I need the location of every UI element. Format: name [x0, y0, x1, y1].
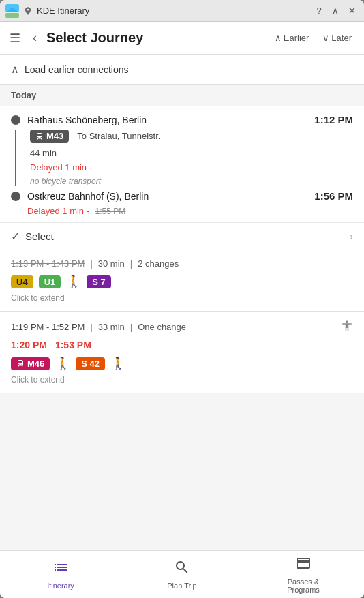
s42-badge: S 42: [76, 357, 105, 370]
later-chevron-icon: ∨: [322, 33, 329, 43]
load-earlier-label: Load earlier connections: [25, 64, 129, 75]
back-button[interactable]: ‹: [30, 28, 40, 48]
title-bar-controls: ? ∧ ✕: [312, 4, 359, 18]
journey2-time-strikethrough: 1:13 PM - 1:43 PM: [11, 258, 85, 269]
journey2-duration: 30 min: [98, 258, 125, 269]
journey2-badges: U4 U1 🚶 S 7: [11, 274, 353, 289]
s7-badge: S 7: [87, 275, 111, 288]
depart-station: Rathaus Schöneberg, Berlin: [27, 115, 307, 125]
nav-bar: ☰ ‹ Select Journey ∧ Earlier ∨ Later: [0, 22, 364, 55]
nav-item-plan-trip[interactable]: Plan Trip: [121, 551, 243, 598]
m43-badge: M43: [30, 130, 69, 143]
arrive-delay-row: Delayed 1 min - 1:55 PM: [11, 205, 353, 217]
separator1: |: [90, 258, 92, 269]
journey3-real-arrive: 1:53 PM: [55, 340, 91, 350]
load-earlier-button[interactable]: ∧ Load earlier connections: [0, 55, 364, 85]
close-button[interactable]: ✕: [345, 4, 359, 18]
question-mark-button[interactable]: ?: [312, 4, 326, 18]
nav-itinerary-label: Itinerary: [47, 582, 74, 590]
walk-icon-3: 🚶: [110, 356, 125, 371]
hamburger-button[interactable]: ☰: [7, 28, 23, 48]
journey3-real-times: 1:20 PM 1:53 PM: [11, 340, 353, 350]
app-window: KDE Itinerary ? ∧ ✕ ☰ ‹ Select Journey ∧…: [0, 0, 364, 598]
depart-dot: [11, 115, 20, 125]
journey-card-3: 1:19 PM - 1:52 PM | 33 min | One change …: [0, 312, 364, 393]
arrive-time: 1:56 PM: [314, 190, 353, 202]
journey3-duration: 33 min: [98, 322, 125, 332]
select-label: Select: [25, 230, 350, 242]
bottom-nav: Itinerary Plan Trip Passes &Programs: [0, 550, 364, 598]
separator3: |: [90, 322, 92, 332]
nav-item-itinerary[interactable]: Itinerary: [0, 551, 121, 598]
title-bar-left: KDE Itinerary: [5, 4, 89, 18]
title-bar: KDE Itinerary ? ∧ ✕: [0, 0, 364, 22]
journey2-changes: 2 changes: [138, 258, 179, 269]
journey3-time-range: 1:19 PM - 1:52 PM: [11, 322, 85, 332]
window-title: KDE Itinerary: [37, 5, 89, 16]
journey-card-2: 1:13 PM - 1:43 PM | 30 min | 2 changes U…: [0, 250, 364, 312]
m46-badge: M46: [11, 357, 50, 370]
journey-card-1: Rathaus Schöneberg, Berlin 1:12 PM M43 T…: [0, 106, 364, 250]
arrive-station: Ostkreuz Bahnhof (S), Berlin: [27, 191, 307, 202]
arrive-original-time: 1:55 PM: [95, 207, 126, 216]
later-button[interactable]: ∨ Later: [317, 30, 357, 46]
direction: To Stralau, Tunnelstr.: [77, 131, 160, 141]
search-icon: [174, 559, 190, 580]
journey2-click-extend[interactable]: Click to extend: [11, 293, 353, 303]
vertical-line: [15, 130, 16, 186]
section-today-header: Today: [0, 85, 364, 106]
depart-row: Rathaus Schöneberg, Berlin 1:12 PM: [11, 114, 353, 125]
arrive-dot: [11, 192, 20, 201]
walk-icon-1: 🚶: [66, 274, 81, 289]
select-button[interactable]: ✓ Select ›: [0, 222, 364, 250]
depart-time: 1:12 PM: [314, 114, 353, 125]
bus-icon: [35, 132, 44, 140]
journey3-click-extend[interactable]: Click to extend: [11, 375, 353, 385]
delay-text: Delayed 1 min -: [30, 162, 160, 173]
info-text: no bicycle transport: [30, 177, 160, 186]
accessibility-icon: [341, 320, 353, 334]
u1-badge: U1: [39, 275, 61, 288]
app-icon: [5, 4, 19, 18]
card-icon: [295, 555, 312, 575]
check-icon: ✓: [11, 230, 20, 243]
earlier-chevron-icon: ∧: [275, 33, 282, 43]
journey3-real-depart: 1:20 PM: [11, 340, 47, 350]
nav-passes-label: Passes &Programs: [287, 578, 320, 594]
journey3-badges: M46 🚶 S 42 🚶: [11, 356, 353, 371]
earlier-button[interactable]: ∧ Earlier: [269, 30, 315, 46]
journey2-header: 1:13 PM - 1:43 PM | 30 min | 2 changes: [11, 258, 353, 269]
minimize-button[interactable]: ∧: [329, 4, 342, 18]
page-title: Select Journey: [46, 30, 262, 46]
content-area: ∧ Load earlier connections Today Rathaus…: [0, 55, 364, 550]
arrive-row: Ostkreuz Bahnhof (S), Berlin 1:56 PM: [11, 190, 353, 202]
itinerary-icon: [52, 559, 69, 580]
journey-middle-content: M43 To Stralau, Tunnelstr. 44 min Delaye…: [30, 130, 160, 186]
nav-plan-trip-label: Plan Trip: [167, 582, 196, 590]
arrow-right-icon: ›: [350, 230, 353, 243]
line-row: M43 To Stralau, Tunnelstr.: [30, 130, 160, 143]
walk-icon-2: 🚶: [55, 356, 70, 371]
nav-actions: ∧ Earlier ∨ Later: [269, 30, 357, 46]
journey3-changes: One change: [138, 322, 186, 332]
nav-item-passes-programs[interactable]: Passes &Programs: [243, 551, 364, 598]
separator4: |: [130, 322, 132, 332]
svg-rect-1: [5, 13, 19, 18]
pin-icon: [23, 6, 33, 16]
duration: 44 min: [30, 148, 160, 158]
arrive-delay: Delayed 1 min -: [27, 206, 89, 216]
journey3-header: 1:19 PM - 1:52 PM | 33 min | One change: [11, 320, 353, 334]
separator2: |: [130, 258, 132, 269]
u4-badge: U4: [11, 275, 33, 288]
chevron-up-icon: ∧: [11, 63, 19, 76]
